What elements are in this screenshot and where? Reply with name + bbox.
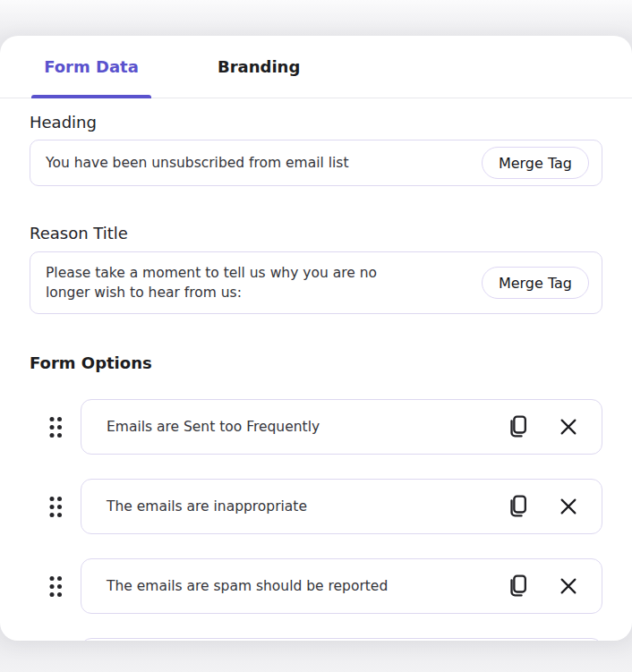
form-editor-card: Form Data Branding Heading You have been… [0,36,632,641]
close-x-icon [557,495,580,518]
form-data-panel: Heading You have been unsubscribed from … [0,113,632,641]
heading-input-value: You have been unsubscribed from email li… [46,153,349,173]
tab-bar: Form Data Branding [0,36,632,98]
remove-option-button[interactable] [557,415,580,438]
option-text: Emails are Sent too Frequently [107,419,507,435]
tab-form-data[interactable]: Form Data [31,36,151,98]
grip-dots-icon [48,416,63,438]
drag-handle[interactable] [30,416,81,438]
grip-dots-icon [48,575,63,598]
drag-handle[interactable] [30,496,81,518]
heading-merge-tag-button[interactable]: Merge Tag [482,147,589,179]
copy-icon [507,494,528,519]
form-options-list: Emails are Sent too Frequently [30,399,602,641]
option-input[interactable]: The emails are spam should be reported [81,558,602,614]
close-x-icon [557,574,580,598]
heading-input[interactable]: You have been unsubscribed from email li… [30,140,602,186]
option-input[interactable] [81,638,602,641]
duplicate-option-button[interactable] [507,574,528,599]
heading-label: Heading [30,113,602,132]
grip-dots-icon [48,496,63,518]
form-options-title: Form Options [30,353,602,373]
reason-merge-tag-button[interactable]: Merge Tag [482,267,589,299]
tab-branding[interactable]: Branding [209,36,309,98]
reason-title-label: Reason Title [30,224,602,243]
copy-icon [507,574,528,599]
option-text: The emails are spam should be reported [107,578,507,594]
remove-option-button[interactable] [557,574,580,598]
option-text: The emails are inappropriate [107,498,507,515]
option-input[interactable]: The emails are inappropriate [81,479,602,534]
close-x-icon [557,415,580,438]
option-row [30,638,602,641]
option-row: The emails are spam should be reported [30,558,602,614]
drag-handle[interactable] [30,575,81,598]
remove-option-button[interactable] [557,495,580,518]
duplicate-option-button[interactable] [507,494,528,519]
copy-icon [507,414,528,439]
option-input[interactable]: Emails are Sent too Frequently [81,399,602,455]
option-row: The emails are inappropriate [30,479,602,534]
reason-title-input-value: Please take a moment to tell us why you … [46,263,414,302]
option-row: Emails are Sent too Frequently [30,399,602,455]
duplicate-option-button[interactable] [507,414,528,439]
reason-title-input[interactable]: Please take a moment to tell us why you … [30,251,602,314]
